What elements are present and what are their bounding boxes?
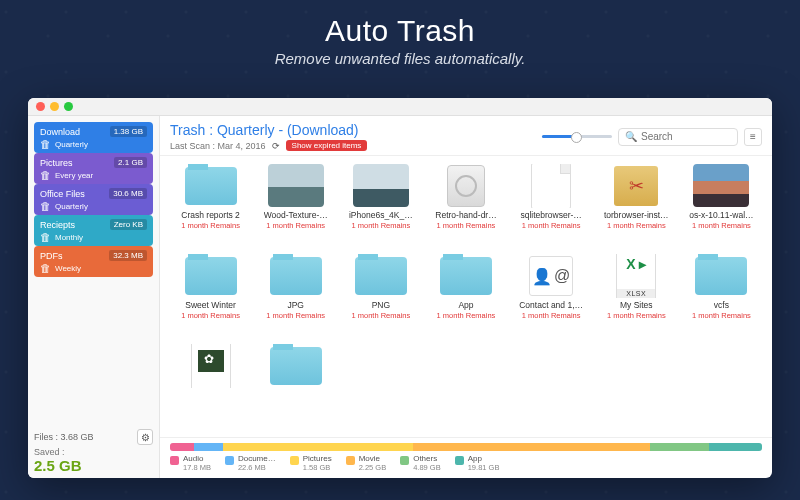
- storage-segment-app: [709, 443, 762, 451]
- card-name: Office Files: [40, 189, 85, 199]
- legend-item-movie: Movie2.25 GB: [346, 455, 387, 472]
- file-name: vcfs: [714, 301, 729, 310]
- close-icon[interactable]: [36, 102, 45, 111]
- file-item[interactable]: Sweet Winter1 month Remains: [170, 254, 251, 340]
- storage-segment-movie: [413, 443, 650, 451]
- file-name: Contact and 1,…: [519, 301, 583, 310]
- contact-icon: 👤@: [529, 256, 573, 296]
- sidebar-card-download[interactable]: Download1.38 GB🗑Quarterly: [34, 122, 153, 153]
- legend-item-docume: Docume…22.6 MB: [225, 455, 276, 472]
- list-icon: ≡: [750, 131, 756, 142]
- legend-swatch: [400, 456, 409, 465]
- trash-icon: 🗑: [40, 170, 51, 181]
- card-size: Zero KB: [110, 219, 147, 230]
- card-size: 1.38 GB: [110, 126, 147, 137]
- file-item[interactable]: Crash reports 21 month Remains: [170, 164, 251, 250]
- legend-item-others: Others4.89 GB: [400, 455, 441, 472]
- legend-swatch: [290, 456, 299, 465]
- file-item[interactable]: ✂torbrowser-inst…1 month Remains: [596, 164, 677, 250]
- refresh-icon[interactable]: ⟳: [272, 141, 280, 151]
- thumbnail-size-slider[interactable]: [542, 135, 612, 138]
- file-status: 1 month Remains: [351, 221, 410, 230]
- file-item[interactable]: sqlitebrowser-…1 month Remains: [511, 164, 592, 250]
- zoom-icon[interactable]: [64, 102, 73, 111]
- sidebar-card-pictures[interactable]: Pictures2.1 GB🗑Every year: [34, 153, 153, 184]
- package-icon: ✂: [614, 166, 658, 206]
- file-item[interactable]: 👤@Contact and 1,…1 month Remains: [511, 254, 592, 340]
- last-scan-label: Last Scan : Mar 4, 2016: [170, 141, 266, 151]
- legend-swatch: [225, 456, 234, 465]
- legend-swatch: [346, 456, 355, 465]
- file-item[interactable]: iPhone6s_4K_…1 month Remains: [340, 164, 421, 250]
- trash-icon: 🗑: [40, 232, 51, 243]
- card-schedule: Quarterly: [55, 140, 88, 149]
- card-size: 2.1 GB: [114, 157, 147, 168]
- titlebar: [28, 98, 772, 116]
- search-field[interactable]: 🔍: [618, 128, 738, 146]
- file-status: 1 month Remains: [351, 311, 410, 320]
- file-name: Sweet Winter: [185, 301, 236, 310]
- page-title: Trash : Quarterly - (Download): [170, 122, 367, 138]
- file-item[interactable]: X ▸XLSXMy Sites1 month Remains: [596, 254, 677, 340]
- spreadsheet-icon: X ▸XLSX: [616, 254, 656, 298]
- show-expired-button[interactable]: Show expired items: [286, 140, 368, 151]
- card-name: Download: [40, 127, 80, 137]
- legend-size: 4.89 GB: [413, 464, 441, 472]
- file-name: PNG: [372, 301, 390, 310]
- legend-swatch: [170, 456, 179, 465]
- file-icon: [531, 164, 571, 208]
- card-schedule: Monthly: [55, 233, 83, 242]
- file-name: torbrowser-inst…: [604, 211, 669, 220]
- legend-size: 17.8 MB: [183, 464, 211, 472]
- topbar: Trash : Quarterly - (Download) Last Scan…: [160, 116, 772, 156]
- file-item[interactable]: os-x-10.11-wal…1 month Remains: [681, 164, 762, 250]
- card-schedule: Weekly: [55, 264, 81, 273]
- storage-segment-audio: [170, 443, 194, 451]
- app-window: Download1.38 GB🗑QuarterlyPictures2.1 GB🗑…: [28, 98, 772, 478]
- sidebar-card-office-files[interactable]: Office Files30.6 MB🗑Quarterly: [34, 184, 153, 215]
- search-input[interactable]: [641, 131, 731, 142]
- sidebar-card-reciepts[interactable]: RecieptsZero KB🗑Monthly: [34, 215, 153, 246]
- legend-size: 22.6 MB: [238, 464, 276, 472]
- file-status: 1 month Remains: [607, 311, 666, 320]
- file-name: Crash reports 2: [181, 211, 240, 220]
- trash-icon: 🗑: [40, 263, 51, 274]
- folder-icon: [185, 167, 237, 205]
- file-status: 1 month Remains: [181, 311, 240, 320]
- card-size: 32.3 MB: [109, 250, 147, 261]
- sidebar-card-pdfs[interactable]: PDFs32.3 MB🗑Weekly: [34, 246, 153, 277]
- legend-item-audio: Audio17.8 MB: [170, 455, 211, 472]
- folder-icon: [270, 347, 322, 385]
- settings-button[interactable]: ⚙: [137, 429, 153, 445]
- folder-icon: [355, 257, 407, 295]
- card-name: Reciepts: [40, 220, 75, 230]
- saved-label: Saved :: [34, 447, 153, 457]
- storage-bar: [170, 443, 762, 451]
- file-name: Retro-hand-dr…: [435, 211, 496, 220]
- file-item[interactable]: [170, 344, 251, 430]
- legend-size: 19.81 GB: [468, 464, 500, 472]
- file-item[interactable]: Retro-hand-dr…1 month Remains: [425, 164, 506, 250]
- file-item[interactable]: [255, 344, 336, 430]
- file-status: 1 month Remains: [692, 311, 751, 320]
- file-status: 1 month Remains: [437, 311, 496, 320]
- file-item[interactable]: vcfs1 month Remains: [681, 254, 762, 340]
- file-item[interactable]: PNG1 month Remains: [340, 254, 421, 340]
- file-item[interactable]: JPG1 month Remains: [255, 254, 336, 340]
- trash-icon: 🗑: [40, 139, 51, 150]
- card-size: 30.6 MB: [109, 188, 147, 199]
- search-icon: 🔍: [625, 131, 637, 142]
- sidebar-footer: Files : 3.68 GB ⚙ Saved : 2.5 GB: [34, 425, 153, 474]
- image-thumbnail: [353, 164, 409, 207]
- file-name: iPhone6s_4K_…: [349, 211, 413, 220]
- hero: Auto Trash Remove unwanted files automat…: [0, 0, 800, 67]
- view-mode-button[interactable]: ≡: [744, 128, 762, 146]
- minimize-icon[interactable]: [50, 102, 59, 111]
- folder-icon: [270, 257, 322, 295]
- image-file-icon: [191, 344, 231, 388]
- file-name: JPG: [287, 301, 304, 310]
- file-item[interactable]: Wood-Texture-…1 month Remains: [255, 164, 336, 250]
- file-item[interactable]: App1 month Remains: [425, 254, 506, 340]
- file-status: 1 month Remains: [181, 221, 240, 230]
- file-status: 1 month Remains: [266, 311, 325, 320]
